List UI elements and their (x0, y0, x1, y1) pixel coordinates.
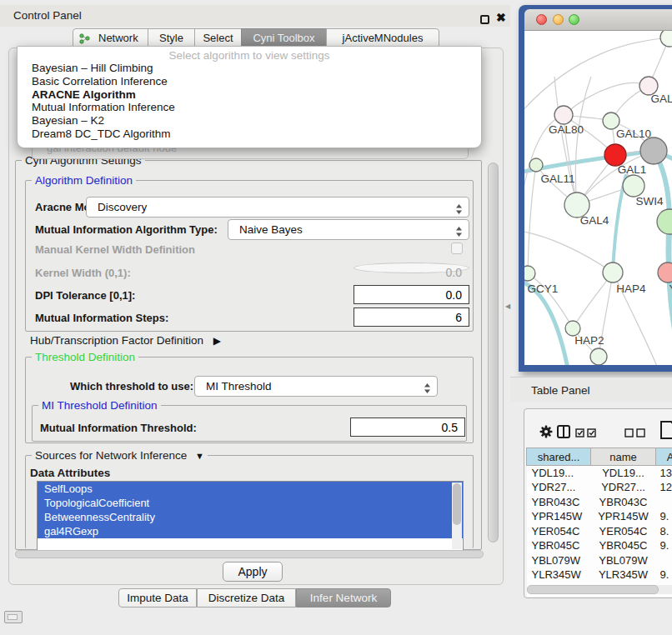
network-canvas[interactable]: GALGAL80GAL10GAL1GAL11GAL4SWI4GCY1HAP4YH… (524, 31, 672, 365)
algorithm-option[interactable]: Basic Correlation Inference (18, 75, 481, 88)
table-cell[interactable]: 8. (656, 524, 672, 539)
table-cell[interactable]: YPR145W (591, 509, 656, 524)
table-hscroll-thumb[interactable] (527, 585, 659, 594)
table-cell[interactable] (656, 553, 672, 568)
network-node-gal1[interactable] (623, 175, 644, 197)
control-panel-title: Control Panel (13, 9, 82, 22)
column-header-clipped[interactable]: A (656, 448, 672, 466)
checked-boxes-icon[interactable] (575, 428, 597, 440)
node-label: HAP4 (616, 282, 646, 295)
network-node-gal80[interactable] (554, 106, 573, 124)
table-cell[interactable]: YER054C (591, 524, 656, 539)
network-node[interactable] (640, 138, 667, 164)
table-cell[interactable]: 13 (656, 466, 672, 481)
table-cell[interactable]: YBL079W (527, 553, 591, 568)
table-cell[interactable]: 9. (656, 538, 672, 553)
table-row[interactable]: YDR27...YDR27...12 (527, 480, 672, 495)
table-cell[interactable]: 12 (656, 480, 672, 495)
minimized-panel-icon[interactable] (4, 611, 23, 623)
attr-list-scrollbar[interactable] (452, 482, 462, 549)
table-cell[interactable]: YLR345W (591, 568, 656, 582)
table-cell[interactable]: YDL19... (527, 466, 591, 481)
table-row[interactable]: YLR345WYLR345W9. (527, 568, 672, 582)
collapse-down-icon[interactable]: ▼ (195, 451, 204, 461)
gear-icon[interactable] (539, 425, 553, 441)
table-cell[interactable]: YLR345W (527, 568, 591, 582)
apply-button[interactable]: Apply (223, 562, 283, 582)
network-node-swi4[interactable] (657, 209, 672, 234)
table-horizontal-scrollbar[interactable] (527, 585, 672, 594)
network-node-gcy1[interactable] (524, 266, 535, 281)
table-header-row[interactable]: shared... name A (527, 448, 672, 466)
unchecked-boxes-icon[interactable] (624, 428, 646, 440)
node-attribute-table[interactable]: shared... name A YDL19...YDL19...13YDR27… (526, 448, 672, 597)
tab-infer-network[interactable]: Infer Network (296, 588, 391, 608)
aracne-mode-select[interactable]: Discovery (86, 197, 469, 218)
hub-definition-expander[interactable]: Hub/Transcription Factor Definition ▶ (30, 334, 221, 347)
table-cell[interactable] (656, 495, 672, 510)
network-node-gal11[interactable] (529, 158, 543, 172)
table-cell[interactable]: YBL079W (591, 553, 656, 568)
algorithm-option[interactable]: Mutual Information Inference (18, 101, 481, 114)
splitter-collapse-icon[interactable]: ◀ (505, 302, 510, 310)
network-window-titlebar[interactable] (524, 9, 672, 31)
manual-kernel-width-checkbox[interactable] (451, 242, 463, 254)
table-cell[interactable]: YER054C (527, 524, 591, 539)
minimize-traffic-light-icon[interactable] (553, 14, 564, 25)
network-view-window[interactable]: GALGAL80GAL10GAL1GAL11GAL4SWI4GCY1HAP4YH… (519, 5, 672, 372)
table-cell[interactable]: YDL19... (591, 466, 656, 481)
network-node[interactable] (590, 348, 607, 365)
table-cell[interactable]: YBR045C (591, 538, 656, 553)
table-body: YDL19...YDL19...13YDR27...YDR27...12YBR0… (527, 466, 672, 598)
algorithm-option[interactable]: Bayesian – Hill Climbing (18, 62, 481, 75)
attribute-list-item[interactable]: SelfLoops (38, 482, 463, 496)
algorithm-option[interactable]: ARACNE Algorithm (18, 88, 481, 102)
network-node-gal10[interactable] (603, 112, 619, 129)
algorithm-option[interactable]: Bayesian – K2 (18, 114, 481, 128)
table-cell[interactable]: 9. (656, 509, 672, 524)
settings-vscroll-thumb[interactable] (488, 162, 499, 542)
table-cell[interactable]: YDR27... (527, 480, 591, 495)
table-row[interactable]: YPR145WYPR145W9. (527, 509, 672, 524)
float-panel-icon[interactable] (480, 15, 489, 24)
settings-vertical-scrollbar[interactable] (487, 160, 499, 550)
data-attributes-list[interactable]: SelfLoopsTopologicalCoefficientBetweenne… (37, 481, 464, 551)
network-node[interactable] (660, 31, 672, 47)
settings-hscroll-thumb[interactable] (15, 550, 484, 558)
settings-horizontal-scrollbar[interactable] (15, 550, 484, 558)
attribute-list-item[interactable]: gal4RGexp (38, 524, 463, 538)
column-header-name[interactable]: name (591, 448, 656, 466)
table-cell[interactable]: 9. (656, 568, 672, 582)
dpi-tolerance-field[interactable]: 0.0 (354, 285, 469, 304)
table-cell[interactable]: YDR27... (591, 480, 656, 495)
kernel-width-field[interactable]: 0.0 (354, 262, 469, 273)
table-row[interactable]: YDL19...YDL19...13 (527, 466, 672, 481)
table-row[interactable]: YBR045CYBR045C9. (527, 538, 672, 553)
table-row[interactable]: YER054CYER054C8. (527, 524, 672, 539)
attribute-list-item[interactable]: BetweennessCentrality (38, 510, 463, 524)
table-cell[interactable]: YPR145W (527, 509, 591, 524)
network-node-hap4[interactable] (603, 262, 623, 282)
tab-impute-data[interactable]: Impute Data (118, 588, 197, 608)
table-row[interactable]: YBL079WYBL079W (527, 553, 672, 568)
network-node-y[interactable] (658, 262, 672, 282)
table-cell[interactable]: YBR045C (527, 538, 591, 553)
close-traffic-light-icon[interactable] (536, 14, 547, 25)
close-icon[interactable]: ✖ (496, 11, 506, 24)
which-threshold-select[interactable]: MI Threshold (194, 376, 438, 397)
algorithm-option[interactable]: Dream8 DC_TDC Algorithm (18, 128, 481, 141)
table-cell[interactable]: YBR043C (527, 495, 591, 510)
attribute-list-item[interactable]: TopologicalCoefficient (38, 496, 463, 510)
mi-algorithm-type-select[interactable]: Naive Bayes (228, 219, 469, 240)
column-header-shared-name[interactable]: shared... (527, 448, 591, 466)
mi-steps-field[interactable]: 6 (354, 308, 469, 327)
zoom-traffic-light-icon[interactable] (569, 14, 579, 25)
columns-icon[interactable] (557, 425, 570, 441)
table-row[interactable]: YBR043CYBR043C (527, 495, 672, 510)
combo-arrows-icon (455, 224, 463, 243)
attr-scroll-thumb[interactable] (453, 483, 461, 525)
tab-discretize-data[interactable]: Discretize Data (197, 588, 296, 608)
mi-threshold-field[interactable]: 0.5 (350, 418, 465, 437)
table-cell[interactable]: YBR043C (591, 495, 656, 510)
function-doc-icon[interactable] (660, 421, 672, 442)
